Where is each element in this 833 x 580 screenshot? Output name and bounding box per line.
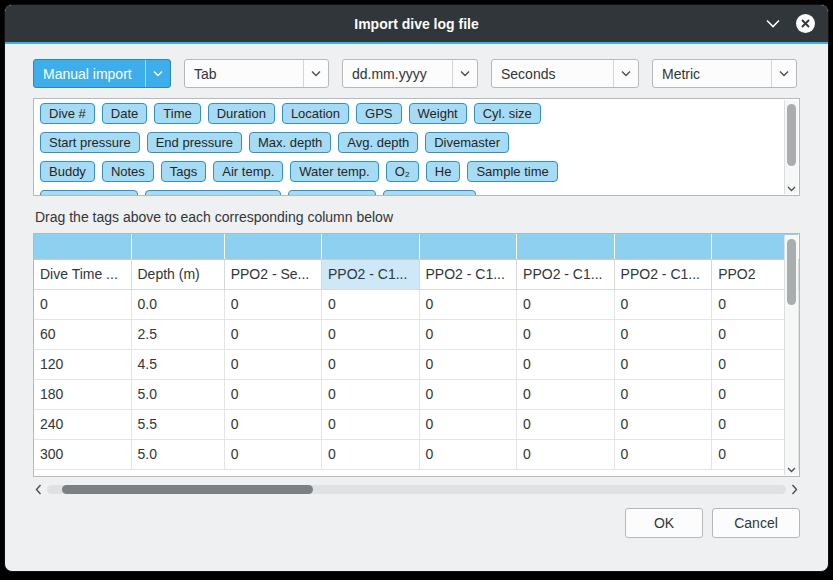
column-tag[interactable]: He bbox=[426, 161, 461, 182]
table-row: 00.0000000 bbox=[34, 289, 799, 319]
drop-target-cell[interactable] bbox=[517, 234, 615, 259]
column-tag[interactable]: Dive # bbox=[40, 103, 95, 124]
table-cell: 0 bbox=[224, 319, 321, 349]
drop-target-cell[interactable] bbox=[131, 234, 224, 259]
units-system-value: Metric bbox=[662, 66, 700, 82]
drag-hint-label: Drag the tags above to each correspondin… bbox=[35, 209, 800, 225]
table-cell: 0 bbox=[322, 439, 420, 469]
table-cell: 0 bbox=[419, 349, 517, 379]
chevron-down-icon bbox=[452, 60, 477, 87]
column-tag[interactable]: Sample CNS bbox=[383, 190, 476, 196]
column-header[interactable]: PPO2 - C1... bbox=[419, 259, 517, 289]
column-tag[interactable]: Sample pO₂ bbox=[288, 190, 376, 196]
table-scrollbar[interactable] bbox=[784, 235, 798, 475]
table-cell: 120 bbox=[34, 349, 131, 379]
column-header[interactable]: PPO2 - C1... bbox=[322, 259, 420, 289]
hscrollbar-thumb[interactable] bbox=[62, 485, 313, 494]
import-mode-select[interactable]: Manual import bbox=[33, 59, 171, 88]
drop-target-cell[interactable] bbox=[224, 234, 321, 259]
hscrollbar-track[interactable] bbox=[47, 485, 786, 494]
column-header[interactable]: PPO2 - Se... bbox=[224, 259, 321, 289]
column-header[interactable]: Dive Time ... bbox=[34, 259, 131, 289]
import-mode-value: Manual import bbox=[43, 66, 132, 82]
column-tag[interactable]: GPS bbox=[356, 103, 401, 124]
tag-row: Start pressureEnd pressureMax. depthAvg.… bbox=[40, 132, 779, 155]
table-cell: 0 bbox=[34, 289, 131, 319]
table-cell: 0 bbox=[322, 319, 420, 349]
table-cell: 0 bbox=[517, 319, 615, 349]
chevron-down-icon bbox=[145, 60, 170, 87]
chevron-left-icon[interactable] bbox=[35, 484, 42, 495]
table-cell: 0 bbox=[614, 439, 712, 469]
duration-format-select[interactable]: Seconds bbox=[491, 59, 639, 88]
column-tag[interactable]: Tags bbox=[161, 161, 206, 182]
column-tag[interactable]: Buddy bbox=[40, 161, 95, 182]
tag-pool-scrollbar[interactable] bbox=[784, 100, 798, 194]
column-tag[interactable]: Duration bbox=[208, 103, 275, 124]
column-tag[interactable]: Sample depth bbox=[40, 190, 138, 196]
column-header[interactable]: PPO2 - C1... bbox=[517, 259, 615, 289]
column-header[interactable]: Depth (m) bbox=[131, 259, 224, 289]
column-tag[interactable]: Start pressure bbox=[40, 132, 140, 153]
table-cell: 0 bbox=[322, 379, 420, 409]
titlebar-buttons bbox=[766, 5, 816, 42]
table-cell: 0 bbox=[224, 379, 321, 409]
column-tag[interactable]: Weight bbox=[409, 103, 467, 124]
column-tag[interactable]: Cyl. size bbox=[474, 103, 541, 124]
table-cell: 0 bbox=[614, 319, 712, 349]
date-format-select[interactable]: dd.mm.yyyy bbox=[342, 59, 478, 88]
column-tag[interactable]: Max. depth bbox=[249, 132, 331, 153]
chevron-down-icon[interactable] bbox=[785, 467, 798, 473]
ok-button[interactable]: OK bbox=[625, 508, 703, 538]
drop-target-cell[interactable] bbox=[322, 234, 420, 259]
scrollbar-thumb[interactable] bbox=[787, 104, 796, 166]
table-cell: 0 bbox=[614, 379, 712, 409]
table-cell: 0 bbox=[322, 409, 420, 439]
table-cell: 0 bbox=[614, 409, 712, 439]
close-button[interactable] bbox=[795, 13, 816, 34]
titlebar[interactable]: Import dive log file bbox=[5, 5, 828, 42]
field-separator-select[interactable]: Tab bbox=[184, 59, 329, 88]
table-hscrollbar[interactable] bbox=[33, 482, 800, 496]
drop-target-row bbox=[34, 234, 799, 259]
table-cell: 0 bbox=[517, 349, 615, 379]
duration-format-value: Seconds bbox=[501, 66, 555, 82]
column-tag[interactable]: Divemaster bbox=[425, 132, 509, 153]
column-tag[interactable]: Air temp. bbox=[213, 161, 283, 182]
column-tag[interactable]: Location bbox=[282, 103, 349, 124]
preview-table: Dive Time ...Depth (m)PPO2 - Se...PPO2 -… bbox=[34, 234, 799, 470]
scrollbar-thumb[interactable] bbox=[787, 239, 796, 305]
column-tag[interactable]: Time bbox=[154, 103, 200, 124]
column-tag[interactable]: Notes bbox=[102, 161, 154, 182]
chevron-down-icon[interactable] bbox=[766, 19, 780, 28]
preview-table-area: Dive Time ...Depth (m)PPO2 - Se...PPO2 -… bbox=[33, 233, 800, 477]
table-cell: 5.5 bbox=[131, 409, 224, 439]
chevron-right-icon[interactable] bbox=[791, 484, 798, 495]
table-cell: 0 bbox=[224, 349, 321, 379]
column-tag[interactable]: End pressure bbox=[147, 132, 242, 153]
date-format-value: dd.mm.yyyy bbox=[352, 66, 427, 82]
table-cell: 4.5 bbox=[131, 349, 224, 379]
column-tag[interactable]: Water temp. bbox=[290, 161, 378, 182]
column-tag[interactable]: Date bbox=[102, 103, 147, 124]
table-cell: 5.0 bbox=[131, 439, 224, 469]
column-tag[interactable]: O₂ bbox=[386, 161, 419, 182]
column-tag[interactable]: Sample temperature bbox=[145, 190, 281, 196]
tag-pool: Dive #DateTimeDurationLocationGPSWeightC… bbox=[33, 98, 800, 196]
column-tag[interactable]: Avg. depth bbox=[338, 132, 418, 153]
drop-target-cell[interactable] bbox=[419, 234, 517, 259]
chevron-down-icon bbox=[771, 60, 796, 87]
column-tag[interactable]: Sample time bbox=[467, 161, 557, 182]
options-row: Manual import Tab dd.mm.yyyy Seconds bbox=[33, 59, 800, 88]
field-separator-value: Tab bbox=[194, 66, 217, 82]
cancel-button[interactable]: Cancel bbox=[712, 508, 800, 538]
chevron-down-icon[interactable] bbox=[785, 186, 798, 192]
tag-row: BuddyNotesTagsAir temp.Water temp.O₂HeSa… bbox=[40, 161, 779, 184]
units-system-select[interactable]: Metric bbox=[652, 59, 797, 88]
tag-rows: Dive #DateTimeDurationLocationGPSWeightC… bbox=[34, 99, 799, 196]
column-header[interactable]: PPO2 - C1... bbox=[614, 259, 712, 289]
drop-target-cell[interactable] bbox=[614, 234, 712, 259]
table-cell: 180 bbox=[34, 379, 131, 409]
drop-target-cell[interactable] bbox=[34, 234, 131, 259]
tag-row: Dive #DateTimeDurationLocationGPSWeightC… bbox=[40, 103, 779, 126]
